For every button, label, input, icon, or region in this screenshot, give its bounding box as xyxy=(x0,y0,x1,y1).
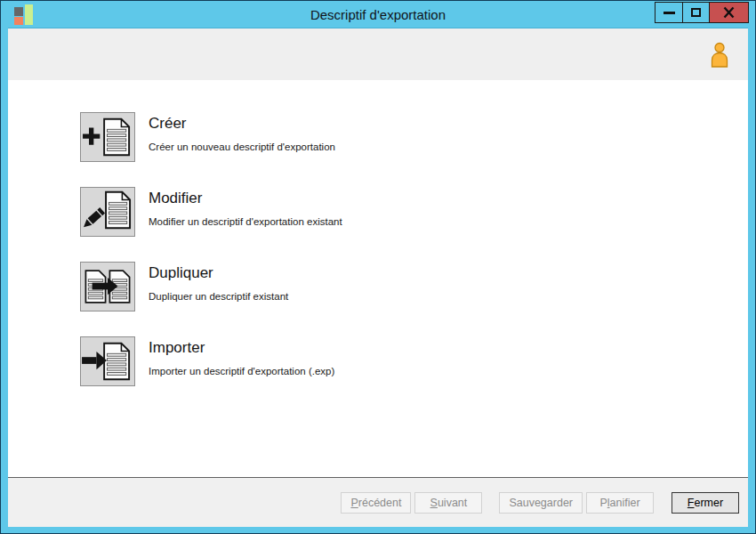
title-bar: Descriptif d'exportation xyxy=(1,1,755,28)
option-title: Créer xyxy=(149,115,335,133)
option-title: Dupliquer xyxy=(149,264,288,282)
option-description: Dupliquer un descriptif existant xyxy=(149,291,288,302)
fermer-button[interactable]: Fermer xyxy=(672,492,739,514)
dialog-window: Descriptif d'exportation xyxy=(0,0,756,534)
sauvegarder-button[interactable]: Sauvegarder xyxy=(499,492,583,514)
option-modifier[interactable]: Modifier Modifier un descriptif d'export… xyxy=(80,187,543,237)
planifier-button[interactable]: Planifier xyxy=(586,492,654,514)
options-list: Créer Créer un nouveau descriptif d'expo… xyxy=(8,80,748,477)
duplicate-document-icon xyxy=(80,262,135,312)
option-title: Modifier xyxy=(149,190,342,207)
dialog-content: Créer Créer un nouveau descriptif d'expo… xyxy=(8,28,748,527)
option-creer[interactable]: Créer Créer un nouveau descriptif d'expo… xyxy=(80,112,543,162)
minimize-icon xyxy=(664,12,675,14)
option-description: Créer un nouveau descriptif d'exportatio… xyxy=(149,142,335,152)
window-controls xyxy=(655,2,749,23)
footer-button-bar: Précédent Suivant Sauvegarder Planifier … xyxy=(8,478,748,527)
pencil-document-icon xyxy=(80,187,135,237)
user-icon xyxy=(709,42,730,68)
close-button[interactable] xyxy=(709,3,748,22)
minimize-button[interactable] xyxy=(655,3,682,22)
window-title: Descriptif d'exportation xyxy=(1,7,755,22)
plus-document-icon xyxy=(80,112,135,162)
option-description: Modifier un descriptif d'exportation exi… xyxy=(149,216,342,227)
option-title: Importer xyxy=(149,339,334,357)
suivant-button[interactable]: Suivant xyxy=(414,492,482,514)
close-icon xyxy=(723,6,735,19)
arrow-into-document-icon xyxy=(80,336,135,386)
option-description: Importer un descriptif d'exportation (.e… xyxy=(149,366,334,376)
header-strip xyxy=(8,28,748,80)
maximize-icon xyxy=(691,8,701,17)
precedent-button[interactable]: Précédent xyxy=(341,492,411,514)
option-importer[interactable]: Importer Importer un descriptif d'export… xyxy=(80,336,543,386)
maximize-button[interactable] xyxy=(682,3,709,22)
option-dupliquer[interactable]: Dupliquer Dupliquer un descriptif exista… xyxy=(80,262,543,312)
app-logo-icon xyxy=(14,4,34,25)
